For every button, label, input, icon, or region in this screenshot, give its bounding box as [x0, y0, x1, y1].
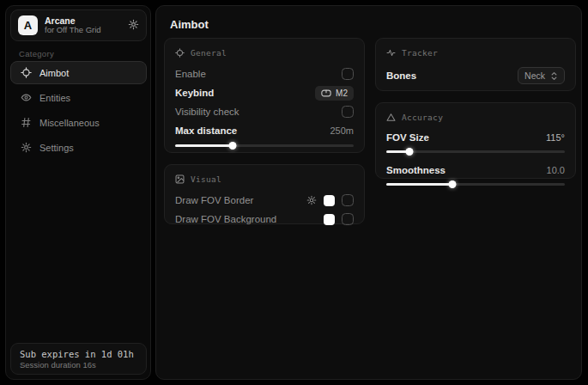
max-distance-row: Max distance 250m — [175, 121, 354, 140]
panel-title: Accuracy — [402, 113, 443, 122]
settings-gear-icon[interactable] — [128, 18, 139, 34]
sidebar-item-label: Aimbot — [39, 68, 69, 78]
panel-title: Visual — [191, 174, 221, 184]
slider-fill — [386, 183, 452, 186]
visibility-check-row: Visibility check — [175, 102, 354, 121]
draw-fov-border-label: Draw FOV Border — [175, 195, 253, 205]
max-distance-slider[interactable] — [175, 141, 354, 150]
keybind-value: M2 — [336, 89, 348, 98]
draw-fov-background-checkbox[interactable] — [342, 213, 354, 225]
keybind-label: Keybind — [175, 88, 214, 98]
sidebar-item-label: Miscellaneous — [39, 118, 100, 128]
bones-select[interactable]: Neck — [518, 67, 565, 84]
draw-fov-background-row: Draw FOV Background — [175, 210, 354, 229]
crosshair-icon — [175, 48, 185, 58]
smoothness-label: Smoothness — [386, 165, 446, 175]
bones-row: Bones Neck — [386, 64, 565, 87]
keybind-button[interactable]: M2 — [315, 86, 354, 101]
category-label: Category — [19, 49, 54, 58]
smoothness-row: Smoothness 10.0 — [386, 162, 565, 179]
unfold-more-icon — [550, 71, 558, 81]
eye-icon — [21, 92, 32, 103]
bones-label: Bones — [386, 70, 416, 81]
activity-icon — [386, 48, 396, 58]
session-duration-text: Session duration 16s — [20, 360, 137, 370]
hash-icon — [21, 117, 32, 128]
main-content: Aimbot General Enable Keybind — [155, 5, 582, 380]
fov-border-settings-gear-icon[interactable] — [306, 195, 317, 205]
sub-expires-text: Sub expires in 1d 01h — [20, 349, 137, 359]
triangle-icon — [386, 113, 396, 122]
slider-thumb[interactable] — [406, 148, 414, 156]
crosshair-icon — [21, 67, 32, 78]
bones-selected-value: Neck — [524, 70, 545, 81]
gear-icon — [21, 142, 32, 153]
subscription-card: Sub expires in 1d 01h Session duration 1… — [10, 343, 147, 375]
sidebar-item-aimbot[interactable]: Aimbot — [10, 61, 147, 84]
sidebar-nav: Aimbot Entities Miscellaneous — [10, 61, 147, 159]
image-icon — [175, 174, 185, 184]
keybind-row: Keybind M2 — [175, 83, 354, 102]
fov-size-row: FOV Size 115° — [386, 129, 565, 146]
panel-title: General — [191, 48, 227, 58]
smoothness-value: 10.0 — [547, 165, 565, 175]
slider-thumb[interactable] — [228, 142, 236, 150]
panel-title: Tracker — [402, 48, 438, 58]
panel-general: General Enable Keybind M2 Visibility che… — [164, 38, 365, 153]
fov-size-value: 115° — [546, 132, 565, 143]
sidebar-item-entities[interactable]: Entities — [10, 86, 147, 109]
slider-thumb[interactable] — [448, 180, 456, 188]
slider-fill — [175, 144, 233, 147]
sidebar-item-settings[interactable]: Settings — [10, 136, 147, 159]
panel-visual: Visual Draw FOV Border Draw FOV Backgrou… — [164, 164, 365, 224]
sidebar-item-label: Entities — [39, 93, 70, 103]
draw-fov-border-row: Draw FOV Border — [175, 191, 354, 210]
sidebar-item-miscellaneous[interactable]: Miscellaneous — [10, 111, 147, 134]
page-title: Aimbot — [170, 18, 209, 31]
visibility-check-checkbox[interactable] — [342, 106, 354, 118]
draw-fov-border-checkbox[interactable] — [342, 194, 354, 206]
draw-fov-background-label: Draw FOV Background — [175, 214, 276, 224]
enable-label: Enable — [175, 69, 206, 79]
fov-size-slider[interactable] — [386, 147, 565, 156]
sidebar: A Arcane for Off The Grid Category Aimbo… — [5, 5, 151, 380]
enable-row: Enable — [175, 64, 354, 83]
app-header-card: A Arcane for Off The Grid — [10, 9, 147, 41]
fov-border-color-swatch[interactable] — [324, 195, 335, 206]
app-subtitle: for Off The Grid — [45, 26, 121, 35]
enable-checkbox[interactable] — [342, 68, 354, 80]
visibility-check-label: Visibility check — [175, 107, 239, 117]
smoothness-slider[interactable] — [386, 180, 565, 188]
max-distance-label: Max distance — [175, 125, 237, 136]
app-logo: A — [18, 15, 38, 35]
max-distance-value: 250m — [330, 125, 354, 136]
fov-background-color-swatch[interactable] — [324, 214, 335, 225]
panel-tracker: Tracker Bones Neck — [375, 38, 576, 91]
fov-size-label: FOV Size — [386, 132, 429, 143]
mouse-icon — [321, 89, 331, 97]
sidebar-item-label: Settings — [39, 143, 74, 153]
panel-accuracy: Accuracy FOV Size 115° Smoothness 10.0 — [375, 102, 576, 179]
